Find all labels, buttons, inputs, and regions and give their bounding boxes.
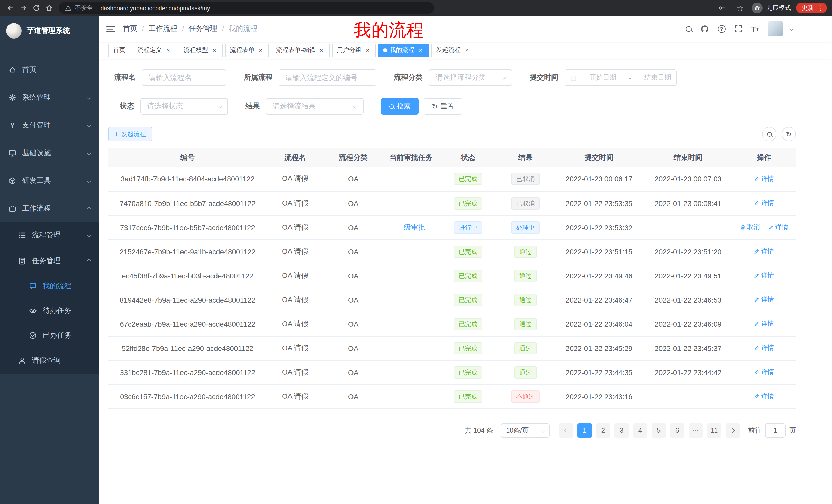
close-icon[interactable] xyxy=(318,47,325,54)
user-avatar[interactable] xyxy=(768,21,783,36)
tab-process-form[interactable]: 流程表单 xyxy=(225,44,269,57)
password-key-icon[interactable] xyxy=(716,2,729,15)
close-icon[interactable] xyxy=(364,47,371,54)
status-badge: 已完成 xyxy=(453,342,482,354)
update-button[interactable]: 更新 xyxy=(796,3,827,13)
cell-actions: 详情 xyxy=(732,312,796,336)
refresh-table-button[interactable] xyxy=(782,127,796,141)
tab-process-form-edit[interactable]: 流程表单-编辑 xyxy=(271,44,330,57)
chevron-down-icon xyxy=(541,428,545,432)
close-icon[interactable] xyxy=(164,47,172,54)
cell-submit-time: 2022-01-22 23:49:46 xyxy=(554,263,644,288)
sidebar-item-system[interactable]: 系统管理 xyxy=(0,84,99,111)
sidebar-item-done-tasks[interactable]: 已办任务 xyxy=(0,323,99,348)
tab-home[interactable]: 首页 xyxy=(108,44,130,57)
start-process-button[interactable]: 发起流程 xyxy=(108,127,152,141)
cell-current-task xyxy=(383,360,439,384)
help-icon[interactable] xyxy=(718,25,725,33)
breadcrumb-item-home[interactable]: 首页 xyxy=(123,24,137,33)
cancel-link[interactable]: 取消 xyxy=(740,223,760,232)
process-name-input[interactable] xyxy=(142,69,226,86)
font-size-icon[interactable] xyxy=(751,25,759,33)
close-icon[interactable] xyxy=(417,47,424,54)
date-range-picker[interactable]: 开始日期 - 结束日期 xyxy=(565,69,677,86)
avatar-caret-icon[interactable] xyxy=(789,27,794,31)
sidebar-item-todo-tasks[interactable]: 待办任务 xyxy=(0,299,99,323)
result-select[interactable]: 请选择流结果 xyxy=(266,98,364,115)
category-select[interactable]: 请选择流程分类 xyxy=(429,69,512,86)
detail-link[interactable]: 详情 xyxy=(754,368,774,376)
current-task-link[interactable]: 一级审批 xyxy=(397,223,425,231)
sidebar-item-payment[interactable]: 支付管理 xyxy=(0,111,99,139)
address-bar[interactable]: 不安全 dashboard.yudao.iocoder.cn/bpm/task/… xyxy=(59,2,434,14)
tab-start-process[interactable]: 发起流程 xyxy=(432,44,475,57)
page-button[interactable]: 5 xyxy=(651,423,666,438)
page-button[interactable]: 1 xyxy=(577,423,592,438)
sidebar-item-my-process[interactable]: 我的流程 xyxy=(0,274,99,299)
tab-process-definition[interactable]: 流程定义 xyxy=(133,44,176,57)
status-select[interactable]: 请选择状态 xyxy=(140,98,228,115)
next-page-button[interactable] xyxy=(726,423,740,438)
app-title: 芋道管理系统 xyxy=(27,26,70,35)
reset-button[interactable]: 重置 xyxy=(424,98,462,115)
cell-actions: 详情 xyxy=(732,288,796,312)
goto-suffix: 页 xyxy=(789,426,796,435)
close-icon[interactable] xyxy=(211,47,218,54)
sidebar-item-infra[interactable]: 基础设施 xyxy=(0,139,99,167)
browser-reload-button[interactable] xyxy=(30,2,43,15)
detail-link[interactable]: 详情 xyxy=(754,319,774,328)
browser-home-button[interactable] xyxy=(43,2,55,15)
detail-link[interactable]: 详情 xyxy=(754,392,774,401)
app-logo[interactable]: 芋道管理系统 xyxy=(0,16,99,46)
breadcrumb-item-task-management[interactable]: 任务管理 xyxy=(189,24,217,33)
filter-submit-time: 提交时间 开始日期 - 结束日期 xyxy=(530,69,677,86)
browser-menu-icon[interactable] xyxy=(817,4,824,12)
detail-link[interactable]: 详情 xyxy=(754,271,774,280)
browser-forward-button[interactable] xyxy=(17,2,30,15)
page-button[interactable]: 6 xyxy=(670,423,684,438)
github-icon[interactable] xyxy=(700,24,709,33)
cell-category: OA xyxy=(324,240,383,263)
tab-user-group[interactable]: 用户分组 xyxy=(332,44,376,57)
browser-back-button[interactable] xyxy=(4,2,17,15)
page-button[interactable]: 11 xyxy=(707,423,722,438)
sidebar-item-home[interactable]: 首页 xyxy=(0,56,99,84)
process-definition-input[interactable] xyxy=(279,69,376,86)
column-header: 结果 xyxy=(497,148,554,167)
fullscreen-icon[interactable] xyxy=(734,25,742,33)
page-button[interactable]: 2 xyxy=(596,423,610,438)
page-button[interactable]: ••• xyxy=(688,423,703,438)
page-button[interactable]: 4 xyxy=(633,423,647,438)
tab-my-process[interactable]: 我的流程 xyxy=(379,44,429,57)
detail-link[interactable]: 详情 xyxy=(754,296,774,304)
status-badge: 已完成 xyxy=(453,197,482,209)
detail-link[interactable]: 详情 xyxy=(754,247,774,256)
sidebar-item-devtools[interactable]: 研发工具 xyxy=(0,167,99,195)
close-icon[interactable] xyxy=(257,47,264,54)
detail-link[interactable]: 详情 xyxy=(754,175,774,184)
tab-process-model[interactable]: 流程模型 xyxy=(179,44,223,57)
breadcrumb-item-workflow[interactable]: 工作流程 xyxy=(149,24,177,33)
sidebar-item-workflow[interactable]: 工作流程 xyxy=(0,195,99,222)
chevron-down-icon xyxy=(87,179,91,183)
search-icon[interactable] xyxy=(686,26,691,32)
page-size-select[interactable]: 10条/页 xyxy=(501,423,550,438)
prev-page-button[interactable] xyxy=(559,423,573,438)
column-header: 流程名 xyxy=(267,148,324,167)
detail-link[interactable]: 详情 xyxy=(754,344,774,353)
hamburger-icon[interactable] xyxy=(99,25,123,33)
search-button[interactable]: 搜索 xyxy=(381,98,419,115)
sidebar-item-label: 请假查询 xyxy=(32,356,61,365)
detail-link[interactable]: 详情 xyxy=(768,223,788,232)
sidebar-item-process-management[interactable]: 流程管理 xyxy=(0,222,99,248)
toggle-search-button[interactable] xyxy=(762,127,777,141)
goto-page-input[interactable] xyxy=(765,423,786,438)
page-button[interactable]: 3 xyxy=(615,423,629,438)
close-icon[interactable] xyxy=(463,47,470,54)
bookmark-star-icon[interactable] xyxy=(734,2,747,15)
detail-link[interactable]: 详情 xyxy=(754,199,774,207)
page-size-value: 10条/页 xyxy=(506,426,529,435)
sidebar-item-leave-query[interactable]: 请假查询 xyxy=(0,348,99,373)
cell-result: 通过 xyxy=(497,263,554,288)
sidebar-item-task-management[interactable]: 任务管理 xyxy=(0,248,99,274)
